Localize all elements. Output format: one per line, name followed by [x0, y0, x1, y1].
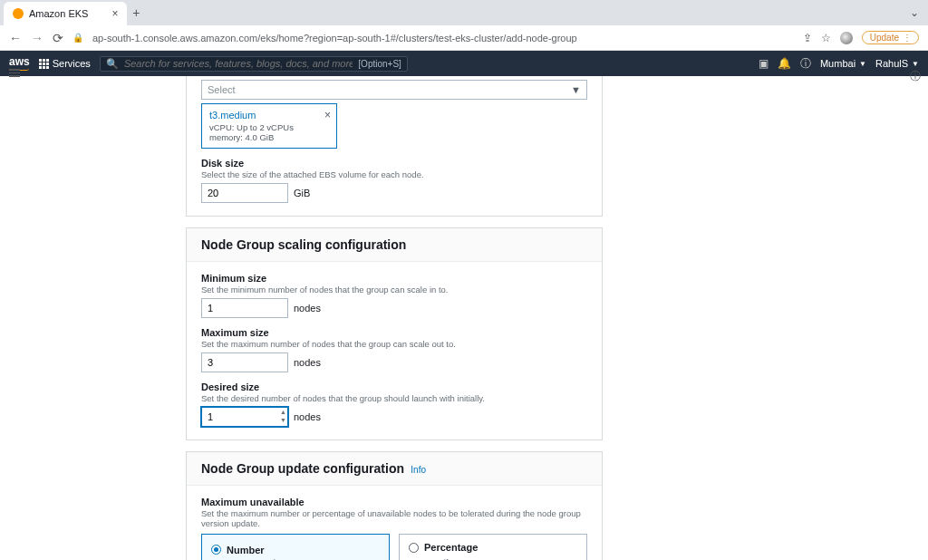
user-label: RahulS: [875, 58, 908, 69]
search-icon: 🔍: [106, 58, 119, 70]
scaling-header: Node Group scaling configuration: [201, 237, 587, 252]
back-icon[interactable]: ←: [9, 31, 22, 45]
desired-size-label: Desired size: [201, 381, 587, 392]
cloudshell-icon[interactable]: ▣: [759, 57, 768, 70]
region-selector[interactable]: Mumbai ▼: [820, 58, 866, 69]
disk-size-input[interactable]: [201, 183, 288, 203]
new-tab-button[interactable]: +: [127, 5, 145, 20]
user-menu[interactable]: RahulS ▼: [875, 58, 919, 69]
radio-icon: [211, 545, 221, 555]
radio-icon: [409, 543, 419, 553]
aws-favicon: [13, 8, 24, 19]
update-label: Update: [870, 33, 899, 43]
desired-size-unit: nodes: [294, 411, 321, 422]
info-panel-icon[interactable]: ⓘ: [910, 69, 921, 84]
browser-tab[interactable]: Amazon EKS ×: [4, 2, 127, 25]
update-header: Node Group update configuration: [201, 461, 404, 476]
min-size-input[interactable]: [201, 298, 288, 318]
min-size-help: Set the minimum number of nodes that the…: [201, 285, 587, 294]
chip-memory: memory: 4.0 GiB: [209, 132, 274, 142]
spinner-icon[interactable]: ▲▼: [280, 408, 286, 424]
opt-percent-label: Percentage: [424, 542, 478, 553]
min-size-unit: nodes: [294, 303, 321, 314]
info-link[interactable]: Info: [411, 465, 426, 475]
nav-search-input[interactable]: [124, 58, 353, 69]
select-placeholder: Select: [208, 84, 236, 95]
opt-percent-hint: Specify a percentage: [424, 557, 577, 561]
max-size-unit: nodes: [294, 357, 321, 368]
services-label: Services: [53, 58, 91, 69]
nav-search[interactable]: 🔍 [Option+S]: [100, 56, 408, 72]
min-size-label: Minimum size: [201, 273, 587, 284]
opt-number-label: Number: [227, 545, 265, 555]
search-kbd-hint: [Option+S]: [358, 59, 401, 69]
forward-icon: →: [31, 31, 44, 45]
disk-size-unit: GiB: [294, 188, 310, 198]
address-bar: ← → ⟳ 🔒 ap-south-1.console.aws.amazon.co…: [0, 25, 928, 51]
chip-vcpu: vCPU: Up to 2 vCPUs: [209, 122, 294, 132]
sidebar-toggle-icon[interactable]: [9, 69, 20, 77]
close-tab-icon[interactable]: ×: [111, 7, 118, 20]
option-number[interactable]: Number Enter a number: [201, 534, 390, 560]
share-icon[interactable]: ⇪: [803, 32, 812, 44]
disk-size-help: Select the size of the attached EBS volu…: [201, 169, 587, 179]
update-config-panel: Node Group update configuration Info Max…: [186, 451, 603, 560]
max-size-label: Maximum size: [201, 327, 587, 338]
url-text[interactable]: ap-south-1.console.aws.amazon.com/eks/ho…: [92, 33, 794, 43]
max-unavail-label: Maximum unavailable: [201, 497, 587, 507]
tab-strip: Amazon EKS × + ⌄: [0, 0, 928, 25]
chevron-down-icon: ▼: [571, 84, 581, 95]
desired-size-help: Set the desired number of nodes that the…: [201, 393, 587, 403]
remove-chip-icon[interactable]: ×: [324, 109, 331, 121]
instance-type-select[interactable]: Select ▼: [201, 80, 587, 100]
bookmark-star-icon[interactable]: ☆: [821, 32, 831, 44]
disk-size-label: Disk size: [201, 158, 587, 169]
services-grid-icon: [39, 59, 49, 69]
max-unavail-help: Set the maximum number or percentage of …: [201, 508, 587, 528]
chip-title: t3.medium: [209, 110, 329, 121]
max-size-help: Set the maximum number of nodes that the…: [201, 339, 587, 349]
chevron-down-icon: ▼: [859, 60, 866, 68]
help-icon[interactable]: ⓘ: [800, 56, 811, 72]
option-percentage[interactable]: Percentage Specify a percentage: [399, 534, 587, 560]
max-size-input[interactable]: [201, 352, 288, 372]
tab-title: Amazon EKS: [29, 8, 88, 19]
tabs-chevron-icon[interactable]: ⌄: [910, 6, 919, 19]
reload-icon[interactable]: ⟳: [53, 31, 63, 45]
region-label: Mumbai: [820, 58, 856, 69]
profile-avatar-icon[interactable]: [840, 32, 853, 44]
instance-type-chip: t3.medium vCPU: Up to 2 vCPUs memory: 4.…: [201, 103, 337, 149]
notifications-bell-icon[interactable]: 🔔: [778, 57, 791, 70]
lock-icon: 🔒: [72, 33, 83, 43]
services-menu[interactable]: Services: [39, 58, 91, 69]
aws-top-nav: aws Services 🔍 [Option+S] ▣ 🔔 ⓘ Mumbai ▼…: [0, 51, 928, 76]
scaling-config-panel: Node Group scaling configuration Minimum…: [186, 227, 603, 440]
opt-number-hint: Enter a number: [227, 557, 380, 561]
desired-size-input[interactable]: [201, 407, 288, 427]
kebab-icon: ⋮: [903, 33, 911, 43]
chrome-update-button[interactable]: Update ⋮: [862, 31, 919, 44]
chevron-down-icon: ▼: [912, 60, 919, 68]
